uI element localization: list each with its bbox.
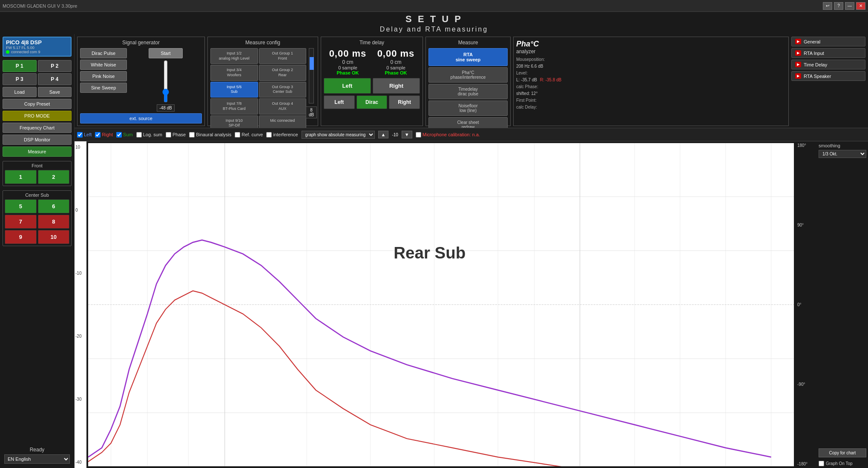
input-78-btn[interactable]: Input 7/8BT-Plus Card [210,98,258,114]
right-checkbox[interactable] [95,132,101,138]
left-dirac-btn[interactable]: Left [324,95,355,109]
help-btn[interactable]: ? [834,2,843,10]
up-arrow-btn[interactable]: ▲ [378,131,389,138]
right-cm: 0 cm [377,59,415,65]
ref-curve-checkbox[interactable] [235,132,240,138]
measure-btn[interactable]: Measure [3,146,72,157]
sum-checkbox[interactable] [116,132,122,138]
yt-rta-speaker-btn[interactable]: ▶ RTA Speaker [791,71,865,81]
out-group2-btn[interactable]: Out Group 2Rear [259,65,307,80]
noisefloor-btn[interactable]: Noisefloorlow (line) [428,100,508,116]
binaural-label: Binaural analysis [196,132,231,137]
phac-phase-btn[interactable]: Pha°Cphase/interference [428,67,508,83]
right-phase: Phase OK [377,70,415,75]
y-label-n30: -30 [75,397,86,402]
yt-general-btn[interactable]: ▶ General [791,37,865,46]
status-bar: Ready EN English [3,445,72,465]
yt-icon-general: ▶ [795,39,801,44]
language-select[interactable]: EN English [4,454,70,464]
mic-cal-checkbox[interactable] [416,132,421,138]
sub-ch6-btn[interactable]: 6 [38,199,70,213]
ext-source-btn[interactable]: ext. source [80,113,202,123]
pink-noise-btn[interactable]: Pink Noise [80,71,127,81]
white-noise-btn[interactable]: White Noise [80,60,127,70]
graph-select[interactable]: graph show absolute measuring [302,131,375,139]
pico-connection: connected com 9 [6,50,68,54]
rta-sine-sweep-btn[interactable]: RTAsine sweep [428,48,508,66]
sub-ch8-btn[interactable]: 8 [38,215,70,229]
right-dirac-btn[interactable]: Right [389,95,420,109]
dsp-monitor-btn[interactable]: DSP Monitor [3,135,72,145]
log-sum-label: Log. sum [143,132,162,137]
yt-icon-speaker: ▶ [795,73,801,79]
sub-ch5-btn[interactable]: 5 [5,199,37,213]
graph-on-top: Graph On Top [819,461,866,466]
y-label-n10: -10 [75,271,86,276]
smoothing-select[interactable]: 1/3 Okt. [819,150,866,158]
phase-checkbox[interactable] [166,132,171,138]
out-group4-btn[interactable]: Out Group 4AUX [259,98,307,114]
yt-icon-delay: ▶ [795,62,801,67]
dirac-pulse-btn[interactable]: Dirac Pulse [80,48,127,58]
content-area: Signal generator Dirac Pulse White Noise… [75,34,868,468]
measure-panel-title: Measure [428,40,508,46]
binaural-checkbox[interactable] [189,132,195,138]
interference-checkbox[interactable] [266,132,272,138]
front-panel-title: Front [5,163,69,168]
down-arrow-btn[interactable]: ▼ [402,131,412,138]
input-56-btn[interactable]: Input 5/6Sub [210,82,258,98]
right-delay-val: 0,00 ms 0 cm 0 sample Phase OK [377,48,415,75]
preset-p2-btn[interactable]: P 2 [38,60,72,72]
load-btn[interactable]: Load [3,87,37,97]
yt-rta-input-btn[interactable]: ▶ RTA Input [791,48,865,58]
save-btn[interactable]: Save [38,87,72,97]
right-label: Right [102,132,113,137]
back-btn[interactable]: ↩ [823,2,832,10]
left-lr-btn[interactable]: Left [324,78,371,94]
out-group1-btn[interactable]: Out Group 1Front [259,48,307,64]
out-group3-btn[interactable]: Out Group 3Center Sub [259,82,307,98]
left-delay-val: 0,00 ms 0 cm 0 sample Phase OK [329,48,367,75]
yt-time-delay-btn[interactable]: ▶ Time Delay [791,60,865,69]
minimize-btn[interactable]: — [845,2,854,10]
start-btn[interactable]: Start [149,48,183,58]
sine-sweep-btn[interactable]: Sine Sweep [80,83,127,93]
graph-on-top-checkbox[interactable] [819,461,824,466]
front-panel: Front 1 2 [3,161,72,186]
y-label-n20: -20 [75,334,86,339]
preset-p1-btn[interactable]: P 1 [3,60,37,72]
sub-ch7-btn[interactable]: 7 [5,215,37,229]
mousepos-value: 208 Hz 6.6 dB [516,63,786,70]
log-sum-checkbox-group: Log. sum [136,132,162,138]
mousepos-label: Mouseposition: [516,57,545,62]
timedelay-dirac-btn[interactable]: Timedelaydirac pulse [428,84,508,99]
front-ch2-btn[interactable]: 2 [38,170,70,184]
input-12-btn[interactable]: Input 1/2analog High Level [210,48,258,64]
center-sub-title: Center Sub [5,192,69,198]
pico-header: PICO 4|8 DSP FW 5.17 FL 5.00 connected c… [3,37,72,57]
yt-icon-rta: ▶ [795,50,801,56]
volume-slider[interactable] [161,60,170,103]
sub-ch9-btn[interactable]: 9 [5,230,37,244]
log-sum-checkbox[interactable] [136,132,142,138]
sub-ch10-btn[interactable]: 10 [38,230,70,244]
copy-chart-btn[interactable]: Copy for chart [819,448,866,457]
left-ms: 0,00 ms [329,48,367,59]
input-34-btn[interactable]: Input 3/4Woofers [210,65,258,80]
interference-checkbox-group: interference [266,132,298,138]
smoothing-label: smoothing [819,143,866,148]
pro-mode-btn[interactable]: PRO MODE [3,111,72,121]
left-checkbox-group: Left [77,132,92,138]
right-lr-btn[interactable]: Right [373,78,420,94]
header: S E T U P Delay and RTA measuring [0,12,868,34]
preset-p4-btn[interactable]: P 4 [38,73,72,85]
close-btn[interactable]: ✕ [856,2,865,10]
front-ch1-btn[interactable]: 1 [5,170,37,184]
left-checkbox[interactable] [77,132,83,138]
dirac-center-btn[interactable]: Dirac [356,95,388,109]
preset-p3-btn[interactable]: P 3 [3,73,37,85]
copy-preset-btn[interactable]: Copy Preset [3,99,72,109]
io-grid: Input 1/2analog High Level Out Group 1Fr… [210,48,306,131]
graph-on-top-label: Graph On Top [826,461,853,466]
frequency-chart-btn[interactable]: Frequency Chart [3,123,72,133]
